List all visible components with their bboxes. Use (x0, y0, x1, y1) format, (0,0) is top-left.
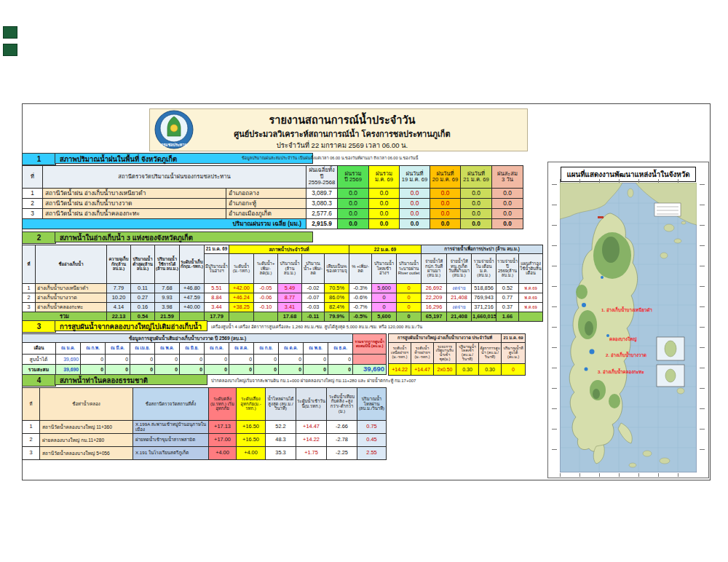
table-row: รวมสะสม39,6900000000000039,690 (23, 365, 387, 375)
table-cell: 2 (23, 293, 36, 303)
table-cell: 1,660,015 (472, 312, 496, 322)
table-cell: 0 (372, 303, 397, 312)
col-no: ที่ (23, 245, 36, 284)
table-cell: -0.06 (254, 293, 278, 303)
map-grid-ticks-bottom (560, 473, 697, 477)
table-cell: 2 (23, 434, 40, 447)
table-cell: อำเภอเมืองภูเก็ต (226, 209, 306, 219)
section-4-title: สภาพน้ำท่าในคลองธรรมชาติ (55, 374, 207, 385)
table-cell: พ.ค.69 (519, 303, 543, 312)
table-cell: 0 (205, 355, 229, 365)
table-cell: 39,690 (353, 365, 387, 375)
table-cell: พ.ค.69 (519, 284, 543, 293)
col-upstream-level: ระดับน้ำเหนือฝายฯ (ม.-รทก.) (389, 343, 411, 364)
table-cell: 0.0 (369, 209, 400, 219)
section-2-title: สภาพน้ำในอ่างเก็บน้ำ 3 แห่งของจังหวัดภูเ… (55, 231, 313, 242)
col-month-total: รวมจ่ายน้ำใน เดือน ม.ค. (ลบ.ม.) (472, 254, 496, 284)
table-cell: 70.5% (325, 284, 349, 293)
table-cell: -0.07 (302, 293, 325, 303)
col-volume: ปริมาณน้ำ (ล้าน ลบ.ม.) (278, 254, 302, 284)
table-cell: 0.0 (430, 189, 461, 199)
table-cell: 5,600 (372, 312, 397, 322)
col-volume-change: ปริมาณน้ำ+ เพิ่ม/-ลด (302, 254, 325, 284)
col-supply-pwa: จ่ายน้ำให้ กปภ.วันที่ผ่านมา (ลบ.ม.) (422, 254, 447, 284)
table-cell: สถานีวัดน้ำฝน อ่างเก็บน้ำบางวาด (43, 199, 226, 209)
table-cell: ฝายทดน้ำเข้าขุมน้ำสรรพสามิต (133, 434, 209, 447)
table-cell: 35.3 (266, 447, 296, 460)
pumping-daily-title: การสูบผันน้ำบางใหญ่-อ่างเก็บน้ำบางวาด ปร… (389, 334, 502, 343)
table-cell: 0.0 (430, 209, 461, 219)
table-cell: 0 (180, 355, 205, 365)
col-supply-city: จ่ายน้ำให้ ทน.ภูเก็ต วันที่ผ่านมา (ลบ.ม.… (447, 254, 472, 284)
table-cell: 0.0 (492, 189, 523, 199)
table-cell: 0.0 (369, 189, 400, 199)
col-year-total: รวมจ่ายน้ำปี 2569(ล้าน ลบ.ม.) (496, 254, 519, 284)
table-cell: 0 (254, 355, 279, 365)
table-cell: +42.00 (229, 284, 254, 293)
col-usable: ปริมาณน้ำใช้การได้ (ล้าน ลบ.ม.) (155, 245, 180, 284)
col-pump-rate: อัตราการสูบน้ำ (ลบ.ม./วินาที) (479, 343, 502, 364)
col-jun: ณ มิ.ย. (180, 343, 205, 355)
pumping-daily-table: การสูบผันน้ำบางใหญ่-อ่างเก็บน้ำบางวาด ปร… (388, 333, 526, 376)
table-row: 2อ่างเก็บน้ำบางวาด10.200.279.93+47.598.8… (23, 293, 543, 303)
table-cell: 7.79 (107, 284, 131, 293)
col-percent-change: % +เพิ่ม/-ลด (349, 254, 372, 284)
table-cell: 0.0 (338, 189, 369, 199)
table-cell: +17.00 (209, 434, 237, 447)
logo-text: กรมชลประทาน (161, 142, 187, 147)
table-cell: 0.0 (492, 219, 523, 229)
col-capacity: ความจุเก็บกัก(ล้าน ลบ.ม.) (107, 245, 131, 284)
table-cell: 82.4% (325, 303, 349, 312)
table-cell: อ่างเก็บน้ำคลองกะทะ (36, 303, 107, 312)
table-row: 3อ่างเก็บน้ำคลองกะทะ4.140.163.98+40.003.… (23, 303, 543, 312)
total-label: ปริมาณฝนรวม เฉลี่ย (มม.) (23, 219, 306, 229)
rainfall-table: ที่ สถานีตรวจวัดปริมาณน้ำฝนของกรมชลประทา… (22, 165, 523, 229)
table-cell: รวมสะสม (23, 365, 56, 375)
col-min-volume: ปริมาณน้ำต่ำสุด(ล้าน ลบ.ม.) (131, 245, 155, 284)
table-cell: +38.25 (229, 303, 254, 312)
table-cell: 1.66 (496, 312, 519, 322)
table-cell: 0.0 (461, 219, 492, 229)
table-cell: +47.59 (180, 293, 205, 303)
col-volume-21: มีปริมาณน้ำในอ่างฯ (205, 254, 229, 284)
col-downstream-level: ระดับน้ำท้ายฝายฯ (ม.-รทก.) (411, 343, 434, 364)
table-row: 2สถานีวัดน้ำฝน อ่างเก็บน้ำบางวาดอำเภอกะท… (23, 199, 523, 209)
table-cell: -0.05 (254, 284, 278, 293)
table-cell: 52.2 (266, 421, 296, 434)
table-header-row: การสูบผันน้ำบางใหญ่-อ่างเก็บน้ำบางวาด ปร… (389, 334, 526, 343)
map-label-reservoir-2: 2. อ่างเก็บน้ำบางวาด (606, 351, 646, 357)
col-no: ที่ (23, 166, 43, 189)
section-4-number: 4 (22, 374, 56, 387)
report-page: กรมชลประทาน รายงานสถานการณ์น้ำประจำวัน ศ… (0, 0, 728, 562)
col-jul: ณ ก.ค. (205, 343, 229, 355)
col-no: ที่ (23, 388, 40, 421)
col-rain-3day: ฝนสะสม3 วัน (492, 166, 523, 189)
table-cell: 22,209 (422, 293, 447, 303)
col-rain-19: ฝนวันที่19 ม.ค. 69 (400, 166, 430, 189)
table-row: 1สถานีวัดน้ำฝน อ่างเก็บน้ำบางเหนียวดำอำเ… (23, 189, 523, 199)
table-cell: 0.0 (461, 199, 492, 209)
map-label-canal: คลองบางใหญ่ (609, 336, 637, 342)
table-cell: 0.0 (338, 199, 369, 209)
table-cell: 4.14 (107, 303, 131, 312)
table-header-row: ที่ สถานีตรวจวัดปริมาณน้ำฝนของกรมชลประทา… (23, 166, 523, 189)
table-cell: 48.3 (266, 434, 296, 447)
col-rain-month: ฝนรวมม.ค. 69 (369, 166, 400, 189)
table-cell: 0.0 (400, 209, 430, 219)
table-cell: X.199A สะพานเข้าหมู่บ้านอนุภาษในเมือง (133, 421, 209, 434)
table-cell (353, 355, 387, 365)
col-bank-level: ระดับตลิ่ง (ม.รทก.) เริ่มอุทกภัย (209, 388, 237, 421)
table-cell: 0 (180, 365, 205, 375)
table-cell: 5.49 (278, 284, 302, 293)
page-title: รายงานสถานการณ์น้ำประจำวัน (197, 111, 488, 128)
table-cell: 0.37 (496, 303, 519, 312)
col-feb: ณ ก.พ. (81, 343, 106, 355)
table-cell: 0.0 (430, 219, 461, 229)
table-cell: 769,943 (472, 293, 496, 303)
table-cell: 3,089.7 (306, 189, 338, 199)
col-morning-level: ระดับน้ำเช้าวันนี้(ม.รทก.) (296, 388, 327, 421)
table-cell: 0 (397, 312, 422, 322)
table-cell: 0.0 (400, 199, 430, 209)
table-cell: -0.11 (302, 312, 325, 322)
table-cell: 0 (328, 365, 353, 375)
